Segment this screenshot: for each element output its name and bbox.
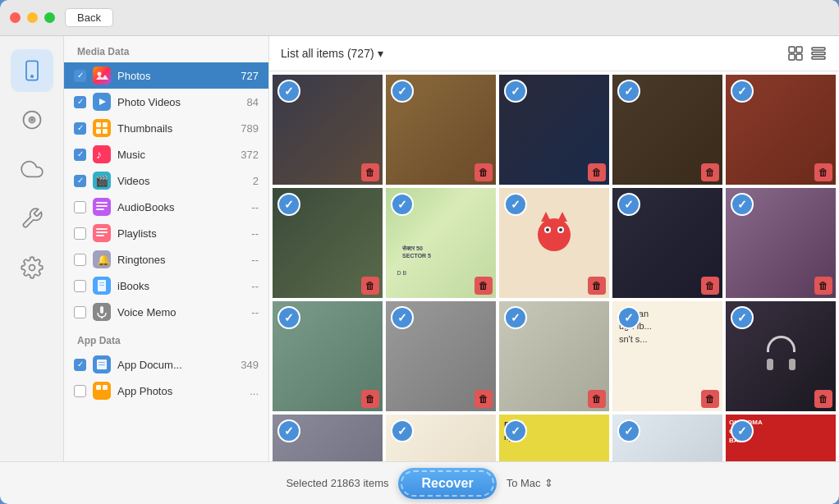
svg-rect-12 bbox=[103, 122, 108, 127]
list-item-videos[interactable]: 🎬 Videos 2 bbox=[64, 167, 268, 194]
recover-button[interactable]: Recover bbox=[398, 468, 496, 499]
photos-count: 727 bbox=[241, 70, 259, 82]
checkbox-thumbnails[interactable] bbox=[74, 122, 86, 135]
to-mac-dropdown[interactable]: To Mac ⇕ bbox=[507, 477, 553, 489]
check-circle-4 bbox=[617, 80, 640, 103]
maximize-button[interactable] bbox=[44, 12, 55, 23]
check-circle-cartoon bbox=[504, 193, 527, 216]
checkbox-ibooks[interactable] bbox=[74, 280, 86, 292]
checkbox-photos[interactable] bbox=[74, 70, 86, 82]
grid-view-button[interactable] bbox=[786, 44, 805, 62]
photo-cell-4[interactable] bbox=[612, 75, 722, 185]
photo-cell-19[interactable] bbox=[612, 415, 722, 461]
photo-cell-5[interactable] bbox=[726, 75, 836, 185]
checkbox-playlists[interactable] bbox=[74, 227, 86, 240]
photo-cell-9[interactable] bbox=[612, 188, 722, 298]
sidebar-item-tools[interactable] bbox=[11, 197, 53, 240]
photo-cell-13[interactable] bbox=[499, 301, 609, 411]
checkbox-voice-memo[interactable] bbox=[74, 306, 86, 318]
trash-badge-4[interactable] bbox=[701, 163, 719, 181]
svg-rect-49 bbox=[812, 57, 825, 59]
checkbox-music[interactable] bbox=[74, 149, 86, 161]
photo-cell-text[interactable]: m...canugh fb...sn't s... bbox=[612, 301, 722, 411]
trash-badge-1[interactable] bbox=[361, 163, 379, 181]
photo-cell-12[interactable] bbox=[386, 301, 496, 411]
photo-cell-10[interactable] bbox=[726, 188, 836, 298]
svg-rect-34 bbox=[100, 306, 103, 314]
check-circle-6 bbox=[277, 193, 300, 216]
photo-cell-cartoon[interactable] bbox=[499, 188, 609, 298]
photo-cell-map[interactable]: सेक्टर 50SECTOR 5 D B bbox=[386, 188, 496, 298]
photo-cell-astronaut[interactable]: Denper bbox=[499, 415, 609, 461]
sidebar-item-settings[interactable] bbox=[11, 246, 53, 289]
checkbox-photo-videos[interactable] bbox=[74, 96, 86, 108]
thumbnails-label: Thumbnails bbox=[117, 122, 234, 135]
back-button[interactable]: Back bbox=[65, 8, 113, 27]
trash-badge-9[interactable] bbox=[701, 277, 719, 295]
trash-badge-5[interactable] bbox=[814, 163, 832, 181]
photo-cell-2[interactable] bbox=[386, 75, 496, 185]
trash-badge-text[interactable] bbox=[701, 390, 719, 408]
trash-badge-13[interactable] bbox=[588, 390, 606, 408]
list-item-ibooks[interactable]: iBooks -- bbox=[64, 273, 268, 299]
list-item-photos[interactable]: Photos 727 bbox=[64, 62, 268, 89]
check-circle-9 bbox=[617, 193, 640, 216]
photo-cell-1[interactable] bbox=[273, 75, 383, 185]
list-view-button[interactable] bbox=[809, 44, 828, 62]
list-all-dropdown[interactable]: List all items (727) ▾ bbox=[281, 47, 383, 60]
photo-cell-russian[interactable]: ОКСРОМАСИМАНBAJ bbox=[726, 415, 836, 461]
trash-badge-10[interactable] bbox=[814, 277, 832, 295]
media-data-header: Media Data bbox=[64, 36, 268, 62]
svg-rect-47 bbox=[812, 48, 825, 50]
ringtones-icon: 🔔 bbox=[93, 250, 111, 268]
list-item-music[interactable]: ♪ Music 372 bbox=[64, 141, 268, 167]
check-circle-headphones bbox=[731, 306, 754, 329]
list-item-app-documents[interactable]: App Docum... 349 bbox=[64, 351, 268, 378]
svg-rect-38 bbox=[99, 362, 105, 363]
svg-point-7 bbox=[98, 72, 102, 76]
photo-cell-3[interactable] bbox=[499, 75, 609, 185]
checkbox-app-documents[interactable] bbox=[74, 359, 86, 371]
list-item-audiobooks[interactable]: AudioBooks -- bbox=[64, 194, 268, 220]
right-panel: List all items (727) ▾ bbox=[269, 36, 839, 461]
photo-cell-17[interactable] bbox=[386, 415, 496, 461]
list-item-playlists[interactable]: Playlists -- bbox=[64, 220, 268, 246]
list-item-app-photos[interactable]: App Photos ... bbox=[64, 378, 268, 404]
svg-rect-13 bbox=[96, 129, 101, 134]
photo-cell-headphones[interactable] bbox=[726, 301, 836, 411]
trash-badge-2[interactable] bbox=[475, 163, 493, 181]
sidebar-item-cloud[interactable] bbox=[11, 148, 53, 190]
list-item-voice-memo[interactable]: Voice Memo -- bbox=[64, 299, 268, 325]
list-item-photo-videos[interactable]: Photo Videos 84 bbox=[64, 89, 268, 115]
photo-videos-count: 84 bbox=[247, 96, 259, 108]
trash-badge-headphones[interactable] bbox=[814, 390, 832, 408]
checkbox-ringtones[interactable] bbox=[74, 254, 86, 266]
list-item-ringtones[interactable]: 🔔 Ringtones -- bbox=[64, 246, 268, 273]
photo-cell-16[interactable] bbox=[273, 415, 383, 461]
svg-rect-22 bbox=[96, 208, 104, 210]
trash-badge-12[interactable] bbox=[475, 390, 493, 408]
checkbox-app-photos[interactable] bbox=[74, 385, 86, 397]
checkbox-videos[interactable] bbox=[74, 175, 86, 187]
app-documents-count: 349 bbox=[241, 359, 259, 371]
photos-label: Photos bbox=[117, 70, 234, 82]
sidebar-item-music[interactable] bbox=[11, 99, 53, 141]
minimize-button[interactable] bbox=[27, 12, 38, 23]
check-circle-2 bbox=[391, 80, 414, 103]
icon-sidebar bbox=[0, 36, 64, 461]
trash-badge-map[interactable] bbox=[475, 277, 493, 295]
list-item-thumbnails[interactable]: Thumbnails 789 bbox=[64, 115, 268, 141]
trash-badge-cartoon[interactable] bbox=[588, 277, 606, 295]
close-button[interactable] bbox=[10, 12, 21, 23]
sidebar-item-phone[interactable] bbox=[11, 49, 53, 92]
photo-cell-6[interactable] bbox=[273, 188, 383, 298]
trash-badge-11[interactable] bbox=[361, 390, 379, 408]
photo-cell-11[interactable] bbox=[273, 301, 383, 411]
trash-badge-3[interactable] bbox=[588, 163, 606, 181]
ringtones-label: Ringtones bbox=[117, 254, 245, 266]
trash-badge-6[interactable] bbox=[361, 277, 379, 295]
checkbox-audiobooks[interactable] bbox=[74, 201, 86, 213]
playlists-count: -- bbox=[251, 227, 259, 240]
music-count: 372 bbox=[241, 149, 259, 161]
check-circle-text bbox=[617, 306, 640, 329]
